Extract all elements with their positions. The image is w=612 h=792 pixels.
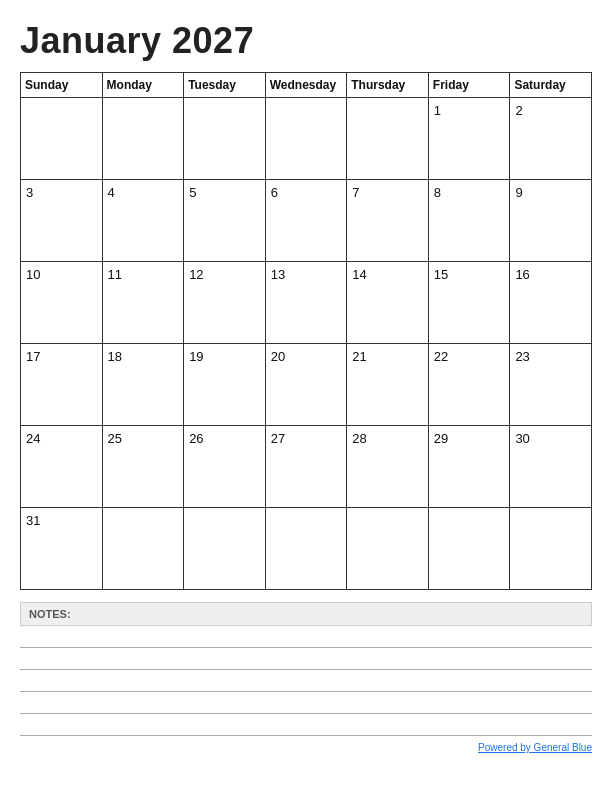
- calendar-day-cell: 4: [102, 180, 184, 262]
- calendar-day-cell: [102, 508, 184, 590]
- calendar-day-cell: 19: [184, 344, 266, 426]
- day-number: 30: [515, 431, 529, 446]
- day-number: 1: [434, 103, 441, 118]
- calendar-day-cell: 26: [184, 426, 266, 508]
- calendar-day-cell: 10: [21, 262, 103, 344]
- calendar-day-cell: 3: [21, 180, 103, 262]
- weekday-header: Saturday: [510, 73, 592, 98]
- calendar-day-cell: 24: [21, 426, 103, 508]
- calendar-day-cell: 11: [102, 262, 184, 344]
- calendar-day-cell: [347, 98, 429, 180]
- calendar-week-row: 17181920212223: [21, 344, 592, 426]
- calendar-day-cell: 23: [510, 344, 592, 426]
- day-number: 9: [515, 185, 522, 200]
- calendar-day-cell: 20: [265, 344, 347, 426]
- calendar-week-row: 3456789: [21, 180, 592, 262]
- day-number: 22: [434, 349, 448, 364]
- calendar-week-row: 31: [21, 508, 592, 590]
- day-number: 16: [515, 267, 529, 282]
- calendar-week-row: 10111213141516: [21, 262, 592, 344]
- notes-label: NOTES:: [20, 602, 592, 626]
- calendar-day-cell: 30: [510, 426, 592, 508]
- day-number: 15: [434, 267, 448, 282]
- calendar-day-cell: 7: [347, 180, 429, 262]
- day-number: 4: [108, 185, 115, 200]
- page-title: January 2027: [20, 20, 592, 62]
- calendar-day-cell: 2: [510, 98, 592, 180]
- day-number: 8: [434, 185, 441, 200]
- calendar-body: 1234567891011121314151617181920212223242…: [21, 98, 592, 590]
- calendar-day-cell: [510, 508, 592, 590]
- calendar-day-cell: 27: [265, 426, 347, 508]
- notes-line-4: [20, 692, 592, 714]
- day-number: 23: [515, 349, 529, 364]
- day-number: 28: [352, 431, 366, 446]
- notes-line-3: [20, 670, 592, 692]
- day-number: 2: [515, 103, 522, 118]
- weekday-header: Friday: [428, 73, 510, 98]
- weekday-header: Sunday: [21, 73, 103, 98]
- calendar-week-row: 12: [21, 98, 592, 180]
- powered-by-link[interactable]: Powered by General Blue: [478, 742, 592, 753]
- calendar-day-cell: 17: [21, 344, 103, 426]
- calendar-day-cell: [428, 508, 510, 590]
- day-number: 10: [26, 267, 40, 282]
- calendar-day-cell: 29: [428, 426, 510, 508]
- calendar-day-cell: 22: [428, 344, 510, 426]
- day-number: 29: [434, 431, 448, 446]
- calendar-header: SundayMondayTuesdayWednesdayThursdayFrid…: [21, 73, 592, 98]
- calendar-day-cell: [265, 508, 347, 590]
- day-number: 13: [271, 267, 285, 282]
- weekday-header: Monday: [102, 73, 184, 98]
- day-number: 11: [108, 267, 122, 282]
- calendar-day-cell: 14: [347, 262, 429, 344]
- calendar-day-cell: 6: [265, 180, 347, 262]
- day-number: 19: [189, 349, 203, 364]
- notes-line-2: [20, 648, 592, 670]
- day-number: 27: [271, 431, 285, 446]
- calendar-day-cell: 18: [102, 344, 184, 426]
- day-number: 31: [26, 513, 40, 528]
- calendar-day-cell: 15: [428, 262, 510, 344]
- day-number: 17: [26, 349, 40, 364]
- calendar-week-row: 24252627282930: [21, 426, 592, 508]
- powered-by: Powered by General Blue: [20, 742, 592, 753]
- notes-section: NOTES:: [20, 602, 592, 736]
- calendar-day-cell: [102, 98, 184, 180]
- day-number: 6: [271, 185, 278, 200]
- calendar-day-cell: [184, 508, 266, 590]
- calendar-day-cell: 21: [347, 344, 429, 426]
- day-number: 5: [189, 185, 196, 200]
- calendar-day-cell: 28: [347, 426, 429, 508]
- day-number: 18: [108, 349, 122, 364]
- day-number: 21: [352, 349, 366, 364]
- calendar-day-cell: 25: [102, 426, 184, 508]
- calendar-day-cell: 12: [184, 262, 266, 344]
- day-number: 7: [352, 185, 359, 200]
- calendar-day-cell: 9: [510, 180, 592, 262]
- calendar-day-cell: [21, 98, 103, 180]
- notes-line-5: [20, 714, 592, 736]
- calendar-day-cell: 31: [21, 508, 103, 590]
- day-number: 12: [189, 267, 203, 282]
- weekday-header: Wednesday: [265, 73, 347, 98]
- calendar-day-cell: [184, 98, 266, 180]
- day-number: 26: [189, 431, 203, 446]
- day-number: 25: [108, 431, 122, 446]
- calendar-day-cell: 13: [265, 262, 347, 344]
- day-number: 24: [26, 431, 40, 446]
- calendar-day-cell: [265, 98, 347, 180]
- calendar-day-cell: 5: [184, 180, 266, 262]
- calendar-day-cell: 16: [510, 262, 592, 344]
- day-number: 20: [271, 349, 285, 364]
- day-number: 14: [352, 267, 366, 282]
- calendar-day-cell: 8: [428, 180, 510, 262]
- calendar-day-cell: [347, 508, 429, 590]
- day-number: 3: [26, 185, 33, 200]
- calendar-day-cell: 1: [428, 98, 510, 180]
- weekday-header: Tuesday: [184, 73, 266, 98]
- notes-line-1: [20, 626, 592, 648]
- weekday-header: Thursday: [347, 73, 429, 98]
- calendar-table: SundayMondayTuesdayWednesdayThursdayFrid…: [20, 72, 592, 590]
